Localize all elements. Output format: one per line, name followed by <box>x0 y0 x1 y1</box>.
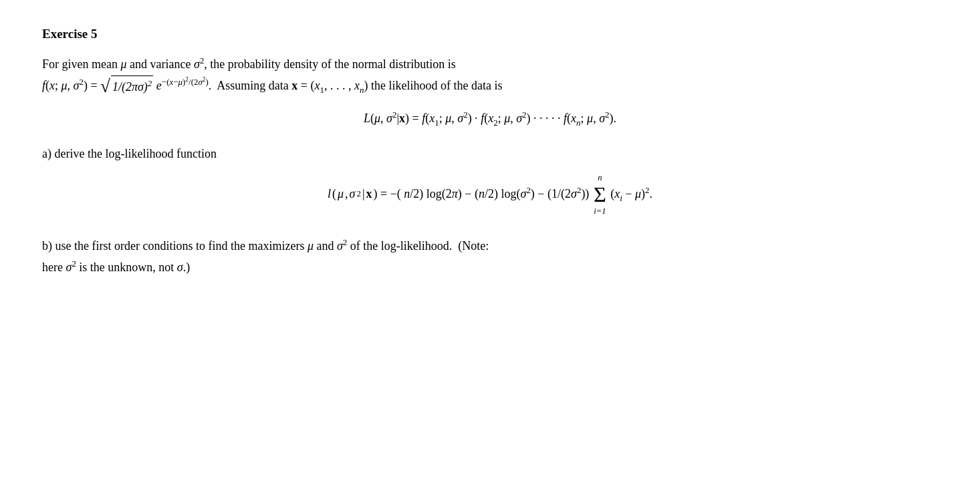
page-content: Exercise 5 For given mean μ and variance… <box>42 27 938 278</box>
sum-lower: i=1 <box>594 206 606 216</box>
pdf-formula-inline: f(x; μ, σ2) = √ 1/(2πσ)2 e−(x−μ)2/(2σ2). <box>42 79 215 92</box>
likelihood-formula: L(μ, σ2|x) = f(x1; μ, σ2) · f(x2; μ, σ2)… <box>364 112 616 125</box>
sigma2-symbol: σ <box>194 57 200 71</box>
exercise-title: Exercise 5 <box>42 27 938 41</box>
log-likelihood-formula-block: l(μ, σ2|x) = −( n/2) log(2π) − (n/2) log… <box>42 173 938 217</box>
mu-symbol: μ <box>120 57 126 71</box>
sqrt-expression: √ 1/(2πσ)2 <box>100 75 153 98</box>
section-b-paragraph: b) use the first order conditions to fin… <box>42 235 938 277</box>
likelihood-formula-block: L(μ, σ2|x) = f(x1; μ, σ2) · f(x2; μ, σ2)… <box>42 110 938 128</box>
summation-symbol: n Σ i=1 <box>594 173 606 217</box>
section-a-label: a) derive the log-likelihood function <box>42 147 938 161</box>
sqrt-symbol: √ <box>100 77 110 96</box>
section-a: a) derive the log-likelihood function l(… <box>42 147 938 217</box>
section-b: b) use the first order conditions to fin… <box>42 235 938 277</box>
sum-upper: n <box>598 173 602 183</box>
x-bold: x <box>291 79 297 92</box>
sqrt-content: 1/(2πσ)2 <box>111 75 153 98</box>
sigma-sum: Σ <box>594 183 606 207</box>
log-likelihood-formula: l(μ, σ2|x) = −( <box>328 187 401 201</box>
intro-paragraph: For given mean μ and variance σ2, the pr… <box>42 53 938 98</box>
